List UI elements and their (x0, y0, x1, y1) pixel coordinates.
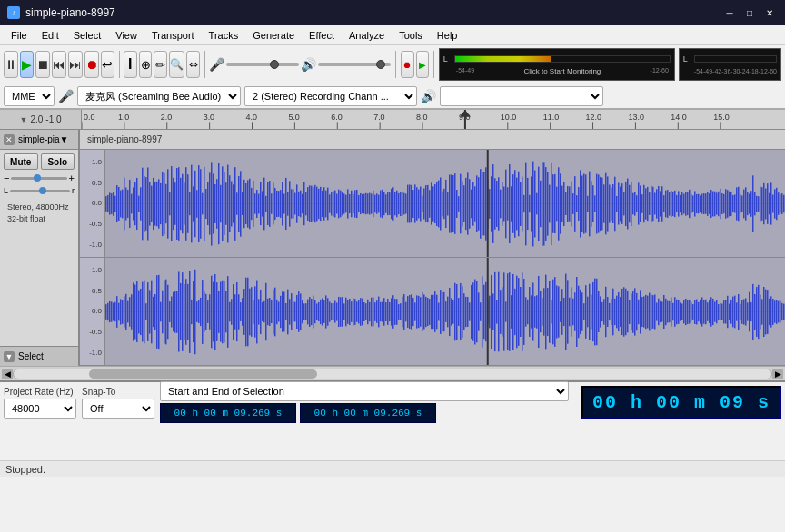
start-play-button[interactable]: ▶ (416, 51, 430, 78)
track-select-btn[interactable]: ▼ Select (0, 346, 78, 366)
svg-text:0.0: 0.0 (84, 113, 95, 123)
waveform-area[interactable]: simple-piano-8997 1.0 0.5 0.0 -0.5 -1.0 … (80, 130, 785, 366)
vu-meter-area[interactable]: L -54 -49 Click to Start Monitoring -12 … (439, 48, 675, 81)
vu-meter-2[interactable]: L -54 -49 -42 -36 -30 -24 -18 -12 -6 0 (679, 48, 781, 81)
status-text: Stopped. (5, 464, 45, 475)
record-button[interactable]: ⏺ (84, 51, 99, 78)
mute-solo-row: Mute Solo (4, 153, 75, 170)
menu-generate[interactable]: Generate (245, 28, 302, 43)
track-name-bar: ✕ simple-pia▼ (0, 130, 78, 150)
track-title-bar: simple-piano-8997 (80, 130, 785, 150)
track-info: Stereo, 48000Hz32-bit float (4, 198, 75, 228)
collapse-icon[interactable]: ▼ (4, 351, 15, 362)
pause-button[interactable]: ⏸ (4, 51, 18, 78)
track-name: simple-pia▼ (18, 134, 75, 144)
selection-mode-select[interactable]: Start and End of Selection (160, 381, 569, 401)
play-button[interactable]: ▶ (20, 51, 34, 78)
ruler-spacer: ▼ 2.0 -1.0 (0, 110, 82, 129)
menu-help[interactable]: Help (430, 28, 465, 43)
scroll-area[interactable]: ◀ ▶ (0, 366, 785, 380)
start-record-button[interactable]: ⏺ (401, 51, 414, 78)
menu-select[interactable]: Select (66, 28, 109, 43)
pan-row: L r (4, 186, 75, 195)
pan-slider[interactable] (10, 190, 70, 192)
channel-bottom[interactable]: 1.0 0.5 0.0 -0.5 -1.0 (80, 258, 785, 366)
ruler-scale[interactable]: 0.0 1.0 2.0 3.0 4.0 5.0 6.0 7.0 8.0 9.0 (82, 110, 785, 129)
tool-draw[interactable]: ✏ (154, 51, 167, 78)
speaker-volume-slider[interactable] (318, 63, 391, 66)
menu-analyze[interactable]: Analyze (342, 28, 392, 43)
close-button[interactable]: ✕ (761, 5, 778, 21)
waveform-canvas-top[interactable] (105, 150, 785, 258)
menu-tools[interactable]: Tools (392, 28, 430, 43)
tool-multiselect[interactable]: ⊕ (139, 51, 153, 78)
horizontal-scrollbar[interactable] (13, 369, 772, 379)
scroll-right-button[interactable]: ▶ (772, 369, 783, 379)
tool-select[interactable]: I (124, 51, 137, 78)
svg-text:10.0: 10.0 (501, 113, 517, 123)
menu-file[interactable]: File (4, 28, 35, 43)
tool-timeshift[interactable]: ⇔ (186, 51, 200, 78)
y-label-m10-bot: -1.0 (89, 349, 102, 357)
maximize-button[interactable]: □ (741, 5, 758, 21)
y-label-10-top: 1.0 (92, 158, 102, 166)
y-label-00-top: 0.0 (92, 199, 102, 207)
tool-zoom[interactable]: 🔍 (169, 51, 184, 78)
speaker-level-control (318, 63, 391, 66)
scrollbar-thumb[interactable] (89, 369, 316, 379)
svg-text:3.0: 3.0 (204, 113, 215, 123)
snap-to-select[interactable]: Off (82, 399, 154, 419)
mic-icon: 🎤 (209, 57, 224, 72)
gain-minus-label: − (4, 172, 9, 183)
project-rate-select[interactable]: 48000 (4, 399, 76, 419)
time-inputs-row (160, 403, 569, 423)
svg-text:11.0: 11.0 (543, 113, 560, 123)
mic-icon-2: 🎤 (58, 89, 74, 103)
menu-tracks[interactable]: Tracks (202, 28, 246, 43)
scroll-left-button[interactable]: ◀ (2, 369, 13, 379)
y-label-m05-bot: -0.5 (89, 328, 102, 336)
svg-text:14.0: 14.0 (671, 113, 687, 123)
time-ruler: ▼ 2.0 -1.0 0.0 1.0 2.0 3.0 4.0 5.0 (0, 110, 785, 130)
window-title: simple-piano-8997 (25, 6, 721, 19)
menu-view[interactable]: View (108, 28, 144, 43)
skip-end-button[interactable]: ⏭ (68, 51, 83, 78)
digital-time-display: 00 h 00 m 09 s (581, 386, 781, 419)
start-time-input[interactable] (160, 403, 296, 423)
snap-to-group: Snap-To Off (82, 387, 154, 419)
output-device-select[interactable] (440, 86, 603, 106)
y-label-05-bot: 0.5 (92, 287, 102, 295)
svg-text:15.0: 15.0 (713, 113, 730, 123)
menu-effect[interactable]: Effect (302, 28, 342, 43)
minimize-button[interactable]: ─ (721, 5, 738, 21)
gain-slider[interactable] (11, 177, 66, 180)
svg-text:8.0: 8.0 (416, 113, 428, 123)
svg-text:7.0: 7.0 (373, 113, 385, 123)
mic-volume-slider[interactable] (226, 63, 299, 66)
track-title: simple-piano-8997 (87, 134, 162, 144)
track-header: ✕ simple-pia▼ Mute Solo − + L r (0, 130, 80, 366)
waveform-container[interactable]: 1.0 0.5 0.0 -0.5 -1.0 1.0 0.5 0.0 -0.5 -… (80, 150, 785, 366)
track-close-button[interactable]: ✕ (4, 134, 15, 145)
svg-text:5.0: 5.0 (288, 113, 300, 123)
menu-transport[interactable]: Transport (144, 28, 202, 43)
stop-button[interactable]: ⏹ (35, 51, 50, 78)
end-time-input[interactable] (300, 403, 436, 423)
y-label-05-top: 0.5 (92, 179, 102, 187)
mute-button[interactable]: Mute (4, 153, 38, 170)
snap-to-label: Snap-To (82, 387, 154, 397)
toolbar-area: ⏸ ▶ ⏹ ⏮ ⏭ ⏺ ↩ I ⊕ ✏ 🔍 ⇔ 🎤 🔊 ⏺ ▶ (0, 45, 785, 110)
mic-device-select[interactable]: 麦克风 (Screaming Bee Audio) (77, 86, 241, 106)
pan-l-label: L (4, 186, 8, 195)
y-label-00-bot: 0.0 (92, 307, 102, 315)
solo-button[interactable]: Solo (41, 153, 75, 170)
waveform-canvas-bottom[interactable] (105, 258, 785, 366)
loop-button[interactable]: ↩ (101, 51, 114, 78)
channel-select[interactable]: 2 (Stereo) Recording Chann ... (244, 86, 417, 106)
host-select[interactable]: MME (4, 86, 55, 106)
skip-start-button[interactable]: ⏮ (52, 51, 66, 78)
menu-edit[interactable]: Edit (35, 28, 66, 43)
channel-top[interactable]: 1.0 0.5 0.0 -0.5 -1.0 (80, 150, 785, 258)
y-label-10-bot: 1.0 (92, 266, 102, 274)
mic-level-control (226, 63, 299, 66)
